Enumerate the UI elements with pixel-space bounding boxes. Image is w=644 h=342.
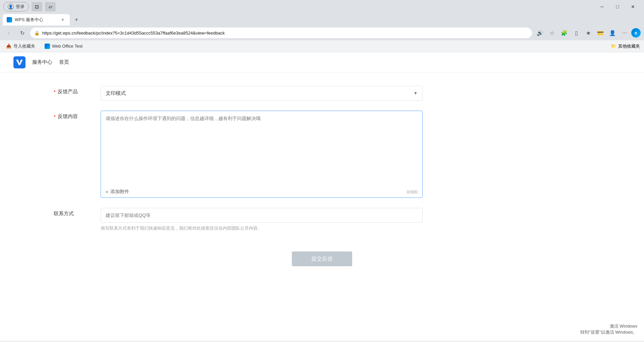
add-attachment-button[interactable]: + 添加附件 — [106, 189, 129, 195]
select-value: 文印模式 — [106, 90, 126, 97]
feedback-textarea[interactable] — [101, 111, 422, 185]
back-button[interactable]: ‹ — [3, 27, 14, 38]
login-button[interactable]: 👤 登录 — [3, 2, 29, 11]
tab-manager-icon[interactable]: ⊡ — [32, 2, 42, 11]
page-content: 服务中心 首页 * 反馈产品 文印模式 ▼ * 反馈内容 — [0, 52, 644, 341]
textarea-wrap: + 添加附件 0/300 — [101, 111, 423, 198]
service-center-link[interactable]: 服务中心 — [32, 59, 52, 65]
select-arrow-icon: ▼ — [414, 91, 418, 96]
required-star: * — [54, 89, 56, 95]
feedback-content-label: * 反馈内容 — [54, 111, 101, 120]
activation-line2: 转到"设置"以激活 Windows。 — [580, 329, 637, 335]
read-aloud-icon[interactable]: 🔊 — [535, 27, 545, 38]
feedback-content-row: * 反馈内容 + 添加附件 0/300 — [54, 111, 590, 198]
required-star-2: * — [54, 114, 56, 119]
collections-icon[interactable]: ★ — [583, 27, 594, 38]
title-bar-left: 👤 登录 ⊡ ▱ — [3, 2, 56, 11]
favorites-icon[interactable]: ☆ — [547, 27, 557, 38]
tab-label: WPS 服务中心 — [15, 17, 43, 23]
url-text: https://get.wps.cn/feedback/pc/index?5=3… — [42, 31, 528, 36]
close-button[interactable]: ✕ — [625, 1, 641, 12]
import-label: 导入收藏夹 — [13, 43, 35, 49]
contact-label: 联系方式 — [54, 208, 101, 217]
other-bookmarks-label: 其他收藏夹 — [618, 43, 640, 49]
extensions-icon[interactable]: 🧩 — [559, 27, 570, 38]
bookmarks-bar: 📥 导入收藏夹 Web Office Test 📁 其他收藏夹 — [0, 40, 644, 52]
add-attachment-label: 添加附件 — [110, 189, 129, 195]
toolbar-icons: 🔊 ☆ 🧩 ▯ ★ 💳 👤 ··· e — [535, 27, 641, 38]
wallet-icon[interactable]: 💳 — [595, 27, 606, 38]
feedback-content-control: + 添加附件 0/300 — [101, 111, 423, 198]
login-label: 登录 — [16, 4, 24, 10]
minimize-button[interactable]: ─ — [594, 1, 610, 12]
lock-icon: 🔒 — [34, 31, 40, 36]
tabs-bar: WPS 服务中心 × + — [0, 13, 644, 25]
title-bar: 👤 登录 ⊡ ▱ ─ □ ✕ — [0, 0, 644, 13]
contact-control: 填写联系方式有利于我们快速响应意见，我们将对此保密且仅在内部团队公开内容。 — [101, 208, 423, 231]
add-icon: + — [106, 189, 108, 194]
submit-button[interactable]: 提交反馈 — [292, 251, 352, 266]
window-controls: ─ □ ✕ — [594, 1, 641, 12]
edge-logo: e — [631, 28, 641, 38]
active-tab[interactable]: WPS 服务中心 × — [3, 14, 70, 25]
textarea-footer: + 添加附件 0/300 — [101, 186, 422, 197]
contact-row: 联系方式 填写联系方式有利于我们快速响应意见，我们将对此保密且仅在内部团队公开内… — [54, 208, 590, 231]
address-bar[interactable]: 🔒 https://get.wps.cn/feedback/pc/index?5… — [30, 27, 532, 38]
feedback-product-control: 文印模式 ▼ — [101, 86, 423, 101]
maximize-button[interactable]: □ — [610, 1, 625, 12]
tab-favicon — [7, 17, 12, 22]
refresh-button[interactable]: ↻ — [17, 27, 28, 38]
import-icon: 📥 — [6, 44, 11, 49]
address-bar-row: ‹ ↻ 🔒 https://get.wps.cn/feedback/pc/ind… — [0, 25, 644, 40]
avatar-icon: 👤 — [8, 4, 14, 10]
import-bookmarks[interactable]: 📥 导入收藏夹 — [4, 42, 37, 51]
submit-area: 提交反馈 — [54, 241, 590, 276]
new-tab-button[interactable]: + — [72, 15, 81, 24]
feedback-product-label: * 反馈产品 — [54, 86, 101, 95]
split-view-icon[interactable]: ▱ — [45, 2, 56, 11]
more-icon[interactable]: ··· — [619, 27, 630, 38]
form-area: * 反馈产品 文印模式 ▼ * 反馈内容 + — [0, 72, 644, 290]
contact-hint: 填写联系方式有利于我们快速响应意见，我们将对此保密且仅在内部团队公开内容。 — [101, 225, 423, 231]
char-count: 0/300 — [407, 189, 418, 194]
feedback-product-select[interactable]: 文印模式 ▼ — [101, 86, 423, 101]
profile-icon[interactable]: 👤 — [607, 27, 618, 38]
sidebar-icon[interactable]: ▯ — [571, 27, 582, 38]
svg-rect-0 — [13, 56, 25, 68]
bookmark-label: Web Office Test — [52, 44, 83, 49]
tab-close-button[interactable]: × — [60, 17, 66, 23]
feedback-product-row: * 反馈产品 文印模式 ▼ — [54, 86, 590, 101]
wps-logo — [13, 56, 25, 68]
header-nav: 服务中心 首页 — [32, 59, 69, 65]
bookmarks-right: 📁 其他收藏夹 — [611, 43, 640, 49]
contact-input[interactable] — [101, 208, 423, 223]
web-office-test-bookmark[interactable]: Web Office Test — [43, 42, 85, 50]
activation-line1: 激活 Windows — [580, 323, 637, 329]
other-bookmarks-icon: 📁 — [611, 44, 616, 49]
bookmark-favicon — [45, 44, 50, 49]
home-link[interactable]: 首页 — [59, 59, 69, 65]
windows-activation: 激活 Windows 转到"设置"以激活 Windows。 — [580, 323, 637, 335]
wps-header: 服务中心 首页 — [0, 52, 644, 72]
